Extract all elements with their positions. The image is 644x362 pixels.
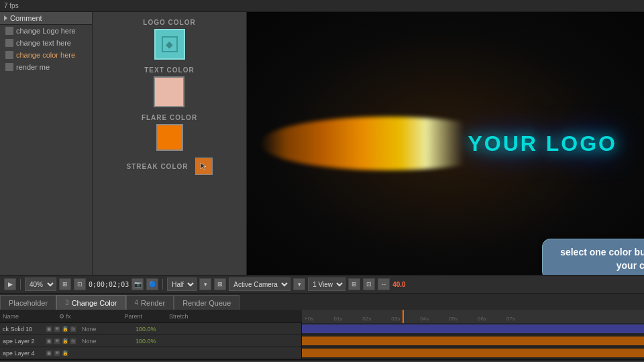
- tool-btn-1[interactable]: ⊞: [59, 278, 71, 290]
- track-vis-3[interactable]: 👁: [54, 350, 60, 357]
- streak-color-label: STREAK COLOR: [127, 163, 189, 170]
- playhead[interactable]: [402, 310, 404, 323]
- ruler-mark-6: 06s: [478, 316, 506, 323]
- track-bar-1: [302, 324, 644, 333]
- center-panel: LOGO COLOR TEXT COLOR FLARE COLOR STREAK…: [93, 12, 247, 275]
- tab-label: Render: [141, 299, 165, 307]
- ruler-mark-7: 07s: [506, 316, 535, 323]
- panel-item-label: render me: [16, 63, 50, 71]
- text-color-swatch[interactable]: [154, 76, 184, 107]
- flare-color-section: FLARE COLOR: [142, 114, 197, 151]
- tool-btn-9[interactable]: ⊡: [363, 278, 375, 290]
- tool-btn-4[interactable]: 🔵: [146, 278, 158, 290]
- divider2: [162, 279, 163, 290]
- logo-color-swatch[interactable]: [154, 29, 185, 60]
- tool-btn-5[interactable]: ▾: [199, 278, 211, 290]
- view-select[interactable]: Active Camera: [229, 278, 290, 291]
- tab-label: Render Queue: [182, 299, 231, 307]
- view-mode-select[interactable]: 1 View: [308, 278, 345, 291]
- track-row-1: ck Solid 10 ◉ 👁 🔒 fx None 100.0%: [0, 323, 644, 335]
- tool-btn-6[interactable]: ⊠: [214, 278, 226, 290]
- track-info-2: ape Layer 2 ◉ 👁 🔒 fx None 100.0%: [0, 335, 302, 347]
- track-lock-2[interactable]: 🔒: [62, 338, 68, 345]
- tabs-row: Placeholder 3 Change Color 4 Render Rend…: [0, 294, 644, 310]
- flare-color-label: FLARE COLOR: [142, 114, 197, 121]
- quality-select[interactable]: Half: [167, 278, 197, 291]
- panel-header: Comment: [0, 12, 92, 25]
- ruler-mark-1: 01s: [333, 316, 362, 323]
- panel-item-color[interactable]: change color here: [0, 49, 92, 61]
- logo-color-section: LOGO COLOR: [143, 19, 195, 60]
- tool-btn-10[interactable]: ↔: [378, 278, 390, 290]
- tab-placeholder[interactable]: Placeholder: [0, 295, 56, 310]
- item-icon: [5, 63, 13, 71]
- track-solo-2[interactable]: ◉: [46, 338, 52, 345]
- tooltip-text: select one color button and choose your …: [560, 247, 644, 271]
- panel-item-text[interactable]: change text here: [0, 37, 92, 49]
- track-name-1: ck Solid 10: [3, 326, 43, 333]
- track-vis-2[interactable]: 👁: [54, 338, 60, 345]
- tab-number: 4: [135, 299, 139, 306]
- toolbar: ▶ 40% ⊞ ⊡ 0;00;02;03 📷 🔵 Half ▾ ⊠ Active…: [0, 275, 644, 294]
- zoom-select[interactable]: 40%: [25, 278, 56, 291]
- panel-item-render[interactable]: render me: [0, 61, 92, 73]
- tab-render-queue[interactable]: Render Queue: [174, 295, 239, 310]
- preview-canvas: YOUR LOGO: [247, 12, 644, 275]
- track-controls-3: ◉ 👁 🔒: [46, 350, 68, 357]
- tab-label: Change Color: [72, 299, 117, 307]
- left-panel: Comment change Logo here change text her…: [0, 12, 93, 275]
- track-lock-3[interactable]: 🔒: [62, 350, 68, 357]
- tool-btn-3[interactable]: 📷: [131, 278, 144, 290]
- track-stretch-2: 100.0%: [136, 338, 156, 345]
- track-timeline-2: [302, 335, 644, 347]
- col-parent: Parent: [125, 313, 143, 320]
- track-row-2: ape Layer 2 ◉ 👁 🔒 fx None 100.0%: [0, 335, 644, 347]
- horizontal-scrollbar[interactable]: [0, 359, 644, 361]
- item-icon: [5, 27, 13, 35]
- panel-item-logo[interactable]: change Logo here: [0, 25, 92, 37]
- tab-number: 3: [65, 299, 69, 306]
- tool-btn-8[interactable]: ⊞: [348, 278, 360, 290]
- time-display: 0;00;02;03: [89, 281, 129, 288]
- track-row-3: ape Layer 4 ◉ 👁 🔒: [0, 347, 644, 359]
- tab-render[interactable]: 4 Render: [126, 295, 174, 310]
- ruler-marks: ‣0s 01s 02s 03s 04s 05s 06s 07s: [302, 310, 644, 323]
- cursor-icon: [199, 162, 209, 171]
- timeline-col-labels: Name ⚙ fx Parent Stretch: [0, 313, 302, 320]
- tool-btn-7[interactable]: ▾: [293, 278, 305, 290]
- item-icon: [5, 39, 13, 47]
- logo-text: YOUR LOGO: [468, 131, 617, 156]
- track-controls-1: ◉ 👁 🔒 fx: [46, 326, 76, 333]
- track-parent-1: None: [79, 326, 133, 333]
- track-timeline-3: [302, 347, 644, 359]
- track-vis-1[interactable]: 👁: [54, 326, 60, 333]
- panel-item-label: change Logo here: [16, 27, 76, 35]
- col-stretch: Stretch: [169, 313, 189, 320]
- preview-area: YOUR LOGO select one color button and ch…: [247, 12, 644, 275]
- svg-marker-0: [201, 163, 206, 170]
- play-btn[interactable]: ▶: [4, 278, 16, 290]
- fps-info: 7 fps: [4, 2, 19, 9]
- track-lock-1[interactable]: 🔒: [62, 326, 68, 333]
- track-solo-3[interactable]: ◉: [46, 350, 52, 357]
- flare-color-swatch[interactable]: [156, 124, 183, 151]
- item-icon: [5, 51, 13, 59]
- track-solo-1[interactable]: ◉: [46, 326, 52, 333]
- timeline-header: Name ⚙ fx Parent Stretch ‣0s 01s 02s 03s…: [0, 310, 644, 323]
- ruler-mark-3: 03s: [391, 316, 420, 323]
- timeline-tracks: ck Solid 10 ◉ 👁 🔒 fx None 100.0% ape Lay…: [0, 323, 644, 359]
- col-name: Name: [3, 313, 19, 320]
- track-info-1: ck Solid 10 ◉ 👁 🔒 fx None 100.0%: [0, 323, 302, 335]
- track-bar-2: [302, 337, 644, 345]
- track-fx-1[interactable]: fx: [70, 326, 76, 333]
- track-name-3: ape Layer 4: [3, 350, 43, 357]
- tool-btn-2[interactable]: ⊡: [74, 278, 86, 290]
- ruler-mark-0: ‣0s: [305, 316, 333, 323]
- col-controls: ⚙ fx: [59, 313, 71, 320]
- text-color-section: TEXT COLOR: [144, 66, 194, 107]
- tab-change-color[interactable]: 3 Change Color: [56, 295, 125, 310]
- track-fx-2[interactable]: fx: [70, 338, 76, 345]
- tab-label: Placeholder: [9, 299, 48, 307]
- streak-color-swatch[interactable]: [195, 158, 213, 175]
- track-parent-2: None: [79, 338, 133, 345]
